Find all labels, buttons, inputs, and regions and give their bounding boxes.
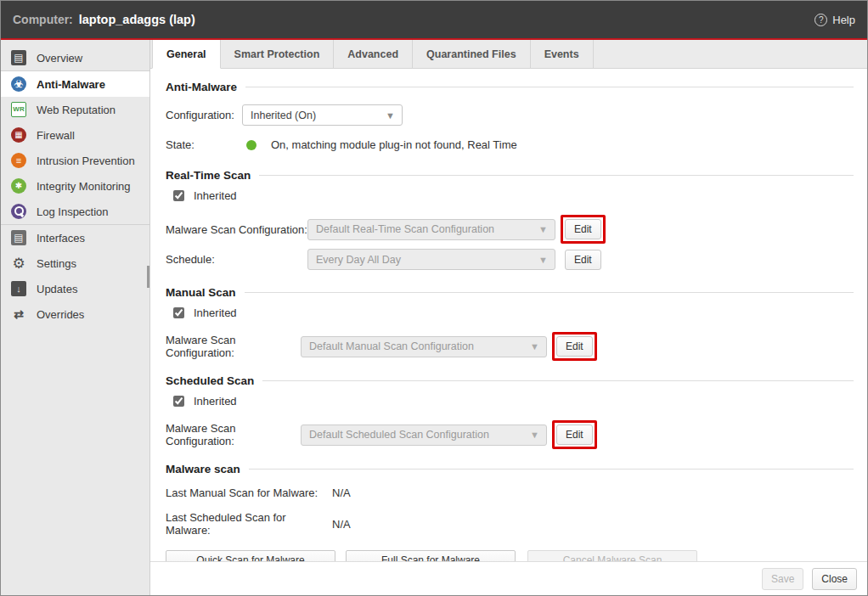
tab-smart-protection[interactable]: Smart Protection [221,40,335,68]
section-malware-scan: Malware scan [166,463,854,475]
malware-scan-config-value: Default Manual Scan Configuration [309,340,474,352]
malware-scan-config-value: Default Real-Time Scan Configuration [316,223,494,235]
quick-scan-button[interactable]: Quick Scan for Malware [166,550,335,561]
close-button[interactable]: Close [812,568,857,590]
general-tab-content: Anti-Malware Configuration: Inherited (O… [150,69,867,561]
question-circle-icon: ? [814,14,827,26]
sidebar-item-label: Web Reputation [37,104,116,116]
malware-scan-config-dropdown[interactable]: Default Manual Scan Configuration ▼ [301,336,547,357]
annotation-highlight-box: Edit [561,215,606,244]
malware-scan-config-dropdown[interactable]: Default Real-Time Scan Configuration ▼ [307,219,555,240]
schedule-dropdown[interactable]: Every Day All Day ▼ [307,249,555,270]
computer-name: laptop_adaggs (lap) [79,13,195,26]
chevron-down-icon: ▼ [538,224,548,234]
annotation-highlight-box: Edit [552,332,597,361]
shield-lines-icon: ≡ [11,153,26,168]
help-label: Help [832,14,855,26]
computer-details-window: Computer: laptop_adaggs (lap) ? Help ▤ O… [0,0,868,596]
sidebar-item-label: Firewall [37,129,75,142]
malware-scan-config-dropdown[interactable]: Default Scheduled Scan Configuration ▼ [301,425,547,446]
section-real-time-scan: Real-Time Scan [166,169,854,182]
state-value: On, matching module plug-in not found, R… [271,138,517,151]
network-card-icon: ▤ [11,230,26,245]
sidebar-item-log-inspection[interactable]: Log Inspection [1,199,149,224]
sidebar-item-label: Overrides [37,308,84,321]
sidebar-item-overview[interactable]: ▤ Overview [1,45,149,70]
section-scheduled-scan: Scheduled Scan [166,374,854,387]
sidebar-item-integrity-monitoring[interactable]: ✱ Integrity Monitoring [1,173,149,199]
state-label: State: [166,138,246,151]
computer-label: Computer: [13,13,73,26]
status-dot-green [246,140,256,150]
gear-icon: ⚙ [11,256,26,271]
last-scheduled-scan-value: N/A [332,518,351,531]
sidebar-item-settings[interactable]: ⚙ Settings [1,250,149,276]
magnifier-icon [11,204,26,219]
sidebar-item-label: Log Inspection [37,205,109,218]
configuration-dropdown[interactable]: Inherited (On) ▼ [242,104,403,126]
configuration-value: Inherited (On) [251,110,316,121]
sidebar-item-label: Overview [37,52,82,65]
last-scheduled-scan-label: Last Scheduled Scan for Malware: [166,511,332,537]
sidebar-item-anti-malware[interactable]: ☣ Anti-Malware [1,71,149,97]
chevron-down-icon: ▼ [386,110,395,121]
sidebar-item-web-reputation[interactable]: WR Web Reputation [1,97,149,122]
edit-malware-scan-config-button[interactable]: Edit [556,336,593,357]
sidebar-item-overrides[interactable]: ⇄ Overrides [1,301,149,327]
inherited-checkbox[interactable] [173,396,184,407]
brick-wall-icon: ▦ [11,127,26,143]
update-server-icon: ↓ [11,281,26,296]
edit-malware-scan-config-button[interactable]: Edit [565,219,601,239]
sidebar-item-label: Intrusion Prevention [37,155,135,167]
inherited-label: Inherited [194,306,237,319]
help-button[interactable]: ? Help [814,14,855,26]
sidebar-scrollbar-thumb[interactable] [147,266,149,288]
schedule-value: Every Day All Day [316,254,401,266]
chevron-down-icon: ▼ [538,255,548,265]
annotation-highlight-box: Edit [552,420,597,449]
inherited-checkbox[interactable] [173,307,184,318]
sidebar-item-interfaces[interactable]: ▤ Interfaces [1,225,149,250]
sidebar-item-label: Updates [37,283,77,295]
server-icon: ▤ [11,50,26,65]
sidebar-item-label: Interfaces [37,232,85,245]
schedule-label: Schedule: [166,253,307,266]
sidebar-item-updates[interactable]: ↓ Updates [1,276,149,301]
tab-events[interactable]: Events [531,40,594,68]
malware-scan-config-label: Malware Scan Configuration: [166,223,307,236]
sidebar: ▤ Overview ☣ Anti-Malware WR Web Reputat… [1,40,150,595]
inherited-checkbox[interactable] [173,190,184,201]
malware-scan-config-label: Malware Scan Configuration: [166,422,301,447]
tab-advanced[interactable]: Advanced [334,40,413,68]
section-anti-malware: Anti-Malware [166,81,854,93]
full-scan-button[interactable]: Full Scan for Malware [346,550,516,561]
malware-scan-config-value: Default Scheduled Scan Configuration [309,429,489,441]
titlebar: Computer: laptop_adaggs (lap) ? Help [1,1,867,38]
tab-general[interactable]: General [152,40,221,69]
edit-malware-scan-config-button[interactable]: Edit [556,425,593,445]
last-manual-scan-value: N/A [332,486,351,499]
last-manual-scan-label: Last Manual Scan for Malware: [166,486,332,499]
inherited-label: Inherited [194,189,237,202]
save-button[interactable]: Save [762,568,803,590]
sidebar-item-firewall[interactable]: ▦ Firewall [1,122,149,148]
section-heading: Manual Scan [166,286,236,299]
tab-quarantined-files[interactable]: Quarantined Files [413,40,531,68]
biohazard-icon: ☣ [11,76,26,92]
integrity-sphere-icon: ✱ [11,178,26,194]
edit-schedule-button[interactable]: Edit [565,250,601,270]
tab-strip: General Smart Protection Advanced Quaran… [150,40,867,69]
inherited-label: Inherited [194,395,237,408]
section-heading: Malware scan [166,463,240,475]
wr-badge-icon: WR [11,102,26,117]
footer-bar: Save Close [150,561,867,595]
sidebar-item-intrusion-prevention[interactable]: ≡ Intrusion Prevention [1,148,149,173]
cancel-scan-button[interactable]: Cancel Malware Scan [527,550,697,561]
section-manual-scan: Manual Scan [166,286,854,299]
sidebar-item-label: Settings [37,257,76,270]
section-heading: Scheduled Scan [166,374,254,387]
shuffle-icon: ⇄ [11,306,26,322]
section-heading: Real-Time Scan [166,169,251,182]
configuration-label: Configuration: [166,109,242,121]
sidebar-item-label: Integrity Monitoring [37,180,131,193]
